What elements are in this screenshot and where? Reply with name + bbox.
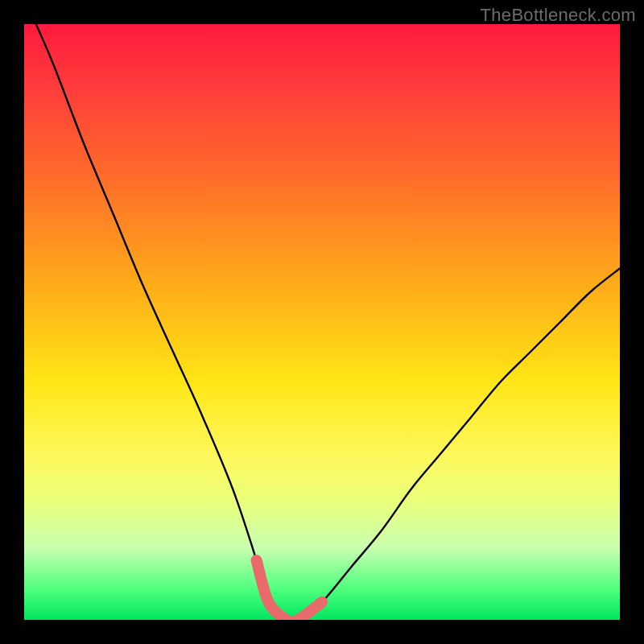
bottleneck-curve-svg <box>24 24 620 620</box>
bottleneck-flat-highlight <box>257 560 322 620</box>
plot-area <box>24 24 620 620</box>
watermark-text: TheBottleneck.com <box>481 5 636 26</box>
bottleneck-curve <box>36 24 620 620</box>
chart-frame: TheBottleneck.com <box>0 0 644 644</box>
